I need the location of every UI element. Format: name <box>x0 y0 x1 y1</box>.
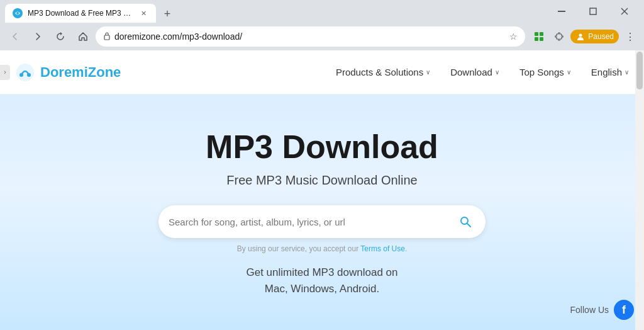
search-button[interactable] <box>455 212 475 232</box>
scrollbar-thumb[interactable] <box>636 52 643 89</box>
profile-paused-badge[interactable]: Paused <box>570 30 619 43</box>
svg-point-0 <box>16 12 19 14</box>
tab-close-button[interactable]: ✕ <box>138 8 148 18</box>
forward-button[interactable] <box>28 26 48 47</box>
nav-links: Products & Solutions ∨ Download ∨ Top So… <box>336 67 629 77</box>
bookmark-icon[interactable]: ☆ <box>509 31 518 42</box>
back-button[interactable] <box>5 26 25 47</box>
tab-favicon <box>13 8 23 18</box>
extensions-area: Paused <box>530 28 619 45</box>
logo-icon <box>15 62 35 82</box>
search-bar[interactable] <box>158 205 486 238</box>
chevron-down-icon: ∨ <box>426 69 430 76</box>
search-icon <box>459 215 472 228</box>
address-bar: doremizone.com/mp3-download/ ☆ Paused ⋮ <box>0 23 644 50</box>
nav-english[interactable]: English ∨ <box>591 67 629 77</box>
terms-of-use-link[interactable]: Terms of Use <box>360 244 405 253</box>
nav-products-solutions[interactable]: Products & Solutions ∨ <box>336 67 430 77</box>
unlimited-text: Get unlimited MP3 download on Mac, Windo… <box>247 265 398 297</box>
scrollbar[interactable] <box>635 50 644 330</box>
svg-rect-8 <box>535 37 538 41</box>
active-tab[interactable]: MP3 Download & Free MP3 Mu... ✕ <box>5 4 156 23</box>
tab-area: MP3 Download & Free MP3 Mu... ✕ + <box>5 0 547 23</box>
logo-area[interactable]: DoremiZone <box>15 62 121 82</box>
tab-title: MP3 Download & Free MP3 Mu... <box>28 9 133 18</box>
follow-us-area: Follow Us f <box>570 300 634 320</box>
svg-point-12 <box>16 64 34 81</box>
hero-subtitle: Free MP3 Music Download Online <box>226 173 417 188</box>
svg-rect-9 <box>540 37 543 41</box>
svg-rect-1 <box>558 11 565 12</box>
svg-point-14 <box>27 73 31 77</box>
browser-frame: MP3 Download & Free MP3 Mu... ✕ + <box>0 0 644 330</box>
svg-point-13 <box>19 73 23 77</box>
follow-us-label: Follow Us <box>570 305 609 315</box>
window-controls <box>547 1 639 21</box>
svg-rect-7 <box>540 32 543 36</box>
nav-download[interactable]: Download ∨ <box>450 67 499 77</box>
minimize-button[interactable] <box>547 1 576 21</box>
home-button[interactable] <box>73 26 93 47</box>
extensions-puzzle-button[interactable] <box>550 28 568 45</box>
nav-top-songs[interactable]: Top Songs ∨ <box>519 67 571 77</box>
website-content: › DoremiZone Products & Solutions ∨ <box>0 50 644 330</box>
site-navigation: › DoremiZone Products & Solutions ∨ <box>0 50 644 94</box>
lock-icon <box>103 31 111 42</box>
svg-rect-2 <box>590 8 596 14</box>
search-input[interactable] <box>169 217 450 227</box>
logo-doremi: Doremi <box>40 64 88 80</box>
chevron-down-icon: ∨ <box>625 69 629 76</box>
hero-title: MP3 Download <box>206 128 438 166</box>
extensions-grid-button[interactable] <box>530 28 548 45</box>
chevron-down-icon: ∨ <box>495 69 499 76</box>
paused-label: Paused <box>588 32 614 41</box>
logo-text: DoremiZone <box>40 64 121 81</box>
url-bar[interactable]: doremizone.com/mp3-download/ ☆ <box>96 26 525 47</box>
logo-zone: Zone <box>88 64 121 80</box>
svg-point-11 <box>579 34 582 37</box>
svg-line-16 <box>467 224 470 227</box>
new-tab-button[interactable]: + <box>158 5 176 23</box>
refresh-button[interactable] <box>50 26 70 47</box>
chevron-down-icon: ∨ <box>567 69 571 76</box>
url-text: doremizone.com/mp3-download/ <box>114 31 506 42</box>
hero-section: MP3 Download Free MP3 Music Download Onl… <box>0 94 644 330</box>
title-bar: MP3 Download & Free MP3 Mu... ✕ + <box>0 0 644 23</box>
facebook-icon[interactable]: f <box>614 300 634 320</box>
chrome-menu-button[interactable]: ⋮ <box>621 28 639 45</box>
svg-rect-6 <box>535 32 538 36</box>
svg-rect-5 <box>104 35 109 40</box>
restore-button[interactable] <box>579 1 608 21</box>
sidebar-toggle[interactable]: › <box>0 65 10 80</box>
terms-text: By using our service, you accept our Ter… <box>237 244 408 253</box>
close-button[interactable] <box>610 1 639 21</box>
